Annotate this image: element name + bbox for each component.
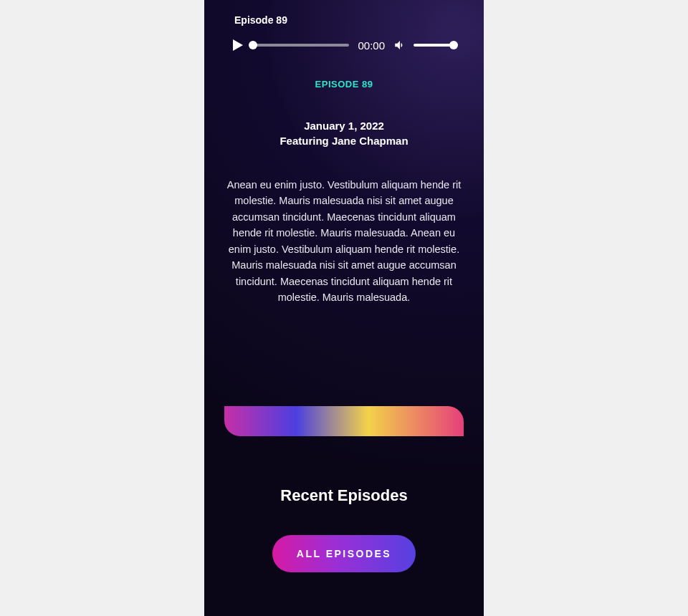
- play-icon: [233, 39, 243, 51]
- recent-episodes-title: Recent Episodes: [224, 486, 464, 505]
- volume-icon: [393, 39, 406, 52]
- gradient-divider: [224, 406, 464, 436]
- volume-button[interactable]: [393, 39, 406, 52]
- play-button[interactable]: [231, 39, 243, 51]
- audio-player: 00:00: [224, 34, 464, 56]
- episode-meta: January 1, 2022 Featuring Jane Chapman: [224, 120, 464, 147]
- episode-panel: Episode 89 00:00 Episode 89 January 1, 2…: [204, 0, 484, 616]
- volume-slider[interactable]: [414, 44, 457, 47]
- audio-player-title: Episode 89: [224, 10, 464, 34]
- volume-thumb[interactable]: [449, 41, 458, 49]
- episode-featuring: Featuring Jane Chapman: [224, 135, 464, 147]
- all-episodes-button[interactable]: ALL EPISODES: [272, 535, 416, 572]
- seek-thumb[interactable]: [249, 41, 257, 49]
- episode-description: Anean eu enim justo. Vestibulum aliquam …: [224, 177, 464, 306]
- time-display: 00:00: [356, 39, 386, 52]
- episode-label: Episode 89: [224, 79, 464, 90]
- episode-date: January 1, 2022: [224, 120, 464, 132]
- seek-slider[interactable]: [250, 44, 349, 47]
